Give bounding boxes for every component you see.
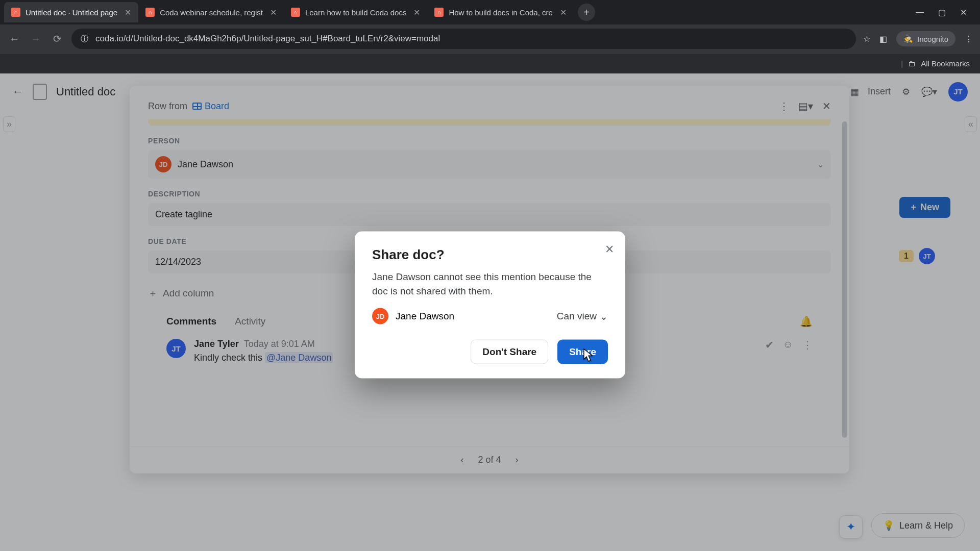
tab-strip: ⌂ Untitled doc · Untitled page ✕ ⌂ Coda …: [0, 0, 980, 24]
minimize-icon[interactable]: —: [916, 8, 924, 17]
coda-favicon: ⌂: [434, 8, 444, 17]
tab-title: How to build docs in Coda, cre: [449, 8, 552, 17]
maximize-icon[interactable]: ▢: [938, 8, 946, 17]
incognito-badge[interactable]: 🕵️ Incognito: [896, 31, 955, 46]
incognito-icon: 🕵️: [903, 34, 913, 43]
browser-tab[interactable]: ⌂ Untitled doc · Untitled page ✕: [4, 2, 138, 22]
app-viewport: ← Untitled doc Share ▦ Insert ⚙ 💬▾ JT » …: [0, 73, 980, 551]
reload-icon[interactable]: ⟳: [50, 33, 64, 45]
close-icon[interactable]: ✕: [560, 8, 567, 17]
window-close-icon[interactable]: ✕: [960, 8, 967, 17]
browser-chrome: ⌂ Untitled doc · Untitled page ✕ ⌂ Coda …: [0, 0, 980, 73]
new-tab-button[interactable]: +: [578, 4, 595, 21]
share-button[interactable]: Share: [557, 340, 608, 364]
side-panel-icon[interactable]: ◧: [879, 34, 887, 44]
close-icon[interactable]: ✕: [270, 8, 277, 17]
bookmark-star-icon[interactable]: ☆: [863, 34, 870, 44]
folder-icon: 🗀: [908, 59, 916, 68]
share-doc-dialog: ✕ Share doc? Jane Dawson cannot see this…: [355, 232, 625, 379]
back-icon[interactable]: ←: [7, 33, 21, 45]
dialog-title: Share doc?: [372, 247, 608, 263]
dont-share-button[interactable]: Don't Share: [471, 340, 548, 364]
browser-tab[interactable]: ⌂ How to build docs in Coda, cre ✕: [427, 2, 573, 22]
url-text: coda.io/d/Untitled-doc_dk4MaGh2h6p/Untit…: [95, 34, 440, 44]
browser-tab[interactable]: ⌂ Coda webinar schedule, regist ✕: [138, 2, 284, 22]
browser-tab[interactable]: ⌂ Learn how to build Coda docs ✕: [284, 2, 427, 22]
dialog-user-name: Jane Dawson: [396, 311, 454, 322]
coda-favicon: ⌂: [145, 8, 155, 17]
avatar: JD: [372, 308, 388, 324]
dialog-body: Jane Dawson cannot see this mention beca…: [372, 270, 608, 298]
close-icon[interactable]: ✕: [413, 8, 420, 17]
coda-favicon: ⌂: [11, 8, 20, 17]
kebab-menu-icon[interactable]: ⋮: [965, 34, 973, 44]
chevron-down-icon: ⌄: [600, 310, 608, 322]
tab-title: Learn how to build Coda docs: [305, 8, 406, 17]
site-info-icon[interactable]: ⓘ: [81, 34, 88, 44]
bookmarks-bar: | 🗀 All Bookmarks: [0, 53, 980, 73]
close-icon[interactable]: ✕: [125, 8, 131, 17]
incognito-label: Incognito: [917, 35, 948, 43]
permission-dropdown[interactable]: Can view ⌄: [557, 310, 608, 322]
tab-title: Coda webinar schedule, regist: [160, 8, 263, 17]
coda-favicon: ⌂: [291, 8, 300, 17]
forward-icon[interactable]: →: [29, 33, 43, 45]
address-bar[interactable]: ⓘ coda.io/d/Untitled-doc_dk4MaGh2h6p/Unt…: [71, 29, 856, 49]
dialog-close-icon[interactable]: ✕: [605, 243, 614, 256]
toolbar: ← → ⟳ ⓘ coda.io/d/Untitled-doc_dk4MaGh2h…: [0, 24, 980, 53]
tab-title: Untitled doc · Untitled page: [26, 8, 117, 17]
all-bookmarks-link[interactable]: All Bookmarks: [921, 59, 970, 68]
